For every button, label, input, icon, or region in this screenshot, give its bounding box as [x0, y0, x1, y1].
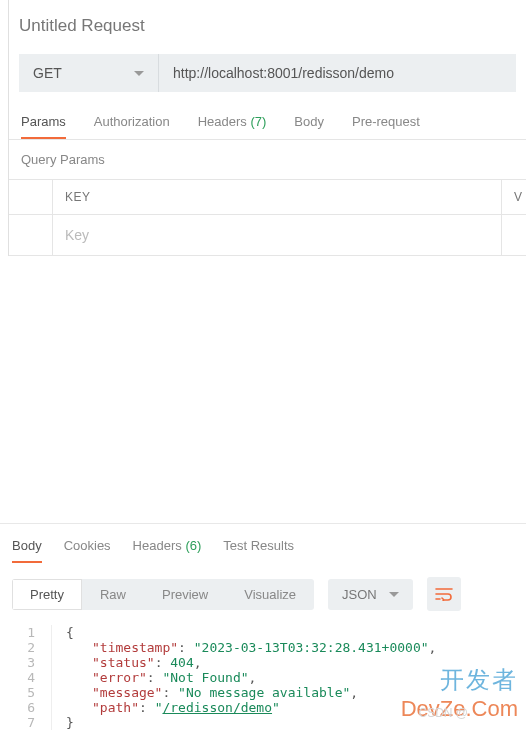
- line-number: 1: [0, 625, 52, 640]
- view-raw[interactable]: Raw: [82, 579, 144, 610]
- response-tabs: Body Cookies Headers (6) Test Results: [0, 524, 526, 563]
- table-key-header: KEY: [53, 180, 502, 214]
- request-bar: GET: [9, 54, 526, 92]
- query-params-table: KEY V Key: [9, 179, 526, 256]
- request-tabs: Params Authorization Headers (7) Body Pr…: [9, 92, 526, 140]
- method-value: GET: [33, 65, 62, 81]
- tab-body[interactable]: Body: [294, 114, 324, 139]
- response-tab-body[interactable]: Body: [12, 538, 42, 563]
- url-input[interactable]: [159, 54, 516, 92]
- method-select[interactable]: GET: [19, 54, 159, 92]
- line-number: 7: [0, 715, 52, 730]
- response-toolbar: Pretty Raw Preview Visualize JSON: [0, 563, 526, 621]
- response-tab-cookies[interactable]: Cookies: [64, 538, 111, 563]
- view-mode-pill: Pretty Raw Preview Visualize: [12, 579, 314, 610]
- line-number: 5: [0, 685, 52, 700]
- chevron-down-icon: [134, 71, 144, 76]
- table-value-header: V: [502, 180, 526, 214]
- tab-headers-label: Headers: [198, 114, 247, 129]
- table-row-key-input[interactable]: Key: [53, 215, 502, 255]
- tab-headers-count: (7): [250, 114, 266, 129]
- line-number: 2: [0, 640, 52, 655]
- line-number: 3: [0, 655, 52, 670]
- chevron-down-icon: [389, 592, 399, 597]
- wrap-lines-button[interactable]: [427, 577, 461, 611]
- tab-headers[interactable]: Headers (7): [198, 114, 267, 139]
- response-tab-test[interactable]: Test Results: [223, 538, 294, 563]
- table-row-check[interactable]: [9, 215, 53, 255]
- response-pane: Body Cookies Headers (6) Test Results Pr…: [0, 523, 526, 740]
- request-title[interactable]: Untitled Request: [9, 0, 526, 54]
- table-row-value-input[interactable]: [502, 215, 526, 255]
- response-tab-headers[interactable]: Headers (6): [133, 538, 202, 563]
- tab-prerequest[interactable]: Pre-request: [352, 114, 420, 139]
- table-check-col: [9, 180, 53, 214]
- view-visualize[interactable]: Visualize: [226, 579, 314, 610]
- response-tab-headers-label: Headers: [133, 538, 182, 553]
- view-pretty[interactable]: Pretty: [12, 579, 82, 610]
- format-value: JSON: [342, 587, 377, 602]
- wrap-icon: [435, 587, 453, 601]
- line-number: 6: [0, 700, 52, 715]
- response-tab-headers-count: (6): [185, 538, 201, 553]
- line-number: 4: [0, 670, 52, 685]
- tab-params[interactable]: Params: [21, 114, 66, 139]
- format-select[interactable]: JSON: [328, 579, 413, 610]
- response-body-code[interactable]: 1 { 2 "timestamp": "2023-03-13T03:32:28.…: [0, 621, 526, 740]
- query-params-title: Query Params: [9, 140, 526, 179]
- tab-authorization[interactable]: Authorization: [94, 114, 170, 139]
- view-preview[interactable]: Preview: [144, 579, 226, 610]
